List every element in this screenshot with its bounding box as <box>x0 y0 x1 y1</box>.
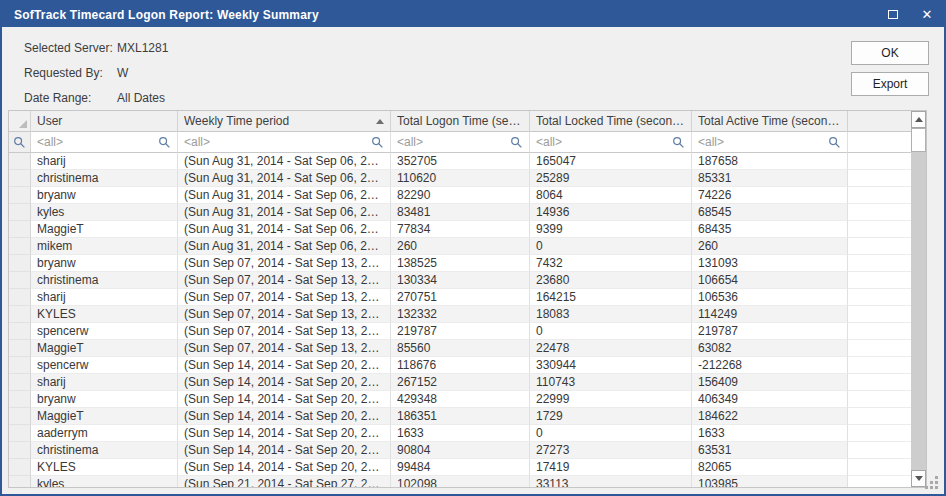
cell-locked: 165047 <box>530 153 692 170</box>
column-header-label: Total Locked Time (seconds) <box>536 114 685 128</box>
cell-logon: 132332 <box>391 306 530 323</box>
filter-indicator-cell[interactable] <box>9 132 31 153</box>
export-button[interactable]: Export <box>851 72 929 96</box>
cell-logon: 429348 <box>391 391 530 408</box>
cell-value: 118676 <box>397 358 523 372</box>
cell-value: 90804 <box>397 443 523 457</box>
row-filler-cell <box>848 357 911 374</box>
cell-user: sharij <box>31 374 178 391</box>
cell-value: 260 <box>698 239 841 253</box>
cell-period: (Sun Aug 31, 2014 - Sat Sep 06, 2014) <box>178 153 391 170</box>
column-header-locked[interactable]: Total Locked Time (seconds) <box>530 111 692 132</box>
table-row[interactable]: christinema(Sun Aug 31, 2014 - Sat Sep 0… <box>9 170 911 187</box>
cell-active: 1633 <box>692 425 848 442</box>
cell-user: bryanw <box>31 255 178 272</box>
cell-period: (Sun Aug 31, 2014 - Sat Sep 06, 2014) <box>178 204 391 221</box>
filter-cell-locked[interactable]: <all> <box>530 132 692 153</box>
filter-cell-user[interactable]: <all> <box>31 132 178 153</box>
table-row[interactable]: MaggieT(Sun Sep 14, 2014 - Sat Sep 20, 2… <box>9 408 911 425</box>
vertical-scrollbar[interactable] <box>911 111 926 487</box>
table-row[interactable]: MaggieT(Sun Sep 07, 2014 - Sat Sep 13, 2… <box>9 340 911 357</box>
table-row[interactable]: christinema(Sun Sep 14, 2014 - Sat Sep 2… <box>9 442 911 459</box>
table-row[interactable]: sharij(Sun Sep 07, 2014 - Sat Sep 13, 20… <box>9 289 911 306</box>
table-row[interactable]: sharij(Sun Sep 14, 2014 - Sat Sep 20, 20… <box>9 374 911 391</box>
cell-user: MaggieT <box>31 340 178 357</box>
table-row[interactable]: bryanw(Sun Sep 14, 2014 - Sat Sep 20, 20… <box>9 391 911 408</box>
cell-value: 106654 <box>698 273 841 287</box>
cell-active: 68435 <box>692 221 848 238</box>
scroll-up-button[interactable] <box>911 111 926 128</box>
filter-cell-active[interactable]: <all> <box>692 132 848 153</box>
select-all-cell[interactable] <box>9 111 31 132</box>
table-row[interactable]: kyles(Sun Sep 21, 2014 - Sat Sep 27, 201… <box>9 476 911 487</box>
table-row[interactable]: kyles(Sun Aug 31, 2014 - Sat Sep 06, 201… <box>9 204 911 221</box>
cell-locked: 330944 <box>530 357 692 374</box>
filter-cell-period[interactable]: <all> <box>178 132 391 153</box>
cell-value: 102098 <box>397 477 523 487</box>
cell-logon: 118676 <box>391 357 530 374</box>
table-row[interactable]: bryanw(Sun Sep 07, 2014 - Sat Sep 13, 20… <box>9 255 911 272</box>
cell-value: (Sun Sep 21, 2014 - Sat Sep 27, 2014) <box>184 477 384 487</box>
table-row[interactable]: bryanw(Sun Aug 31, 2014 - Sat Sep 06, 20… <box>9 187 911 204</box>
scroll-down-button[interactable] <box>911 470 926 487</box>
row-indicator-cell <box>9 391 31 408</box>
scrollbar-track[interactable] <box>911 128 926 470</box>
cell-value: 63082 <box>698 341 841 355</box>
row-filler-cell <box>848 238 911 255</box>
close-icon: ✕ <box>922 8 933 21</box>
table-row[interactable]: spencerw(Sun Sep 07, 2014 - Sat Sep 13, … <box>9 323 911 340</box>
row-indicator-cell <box>9 306 31 323</box>
cell-value: 18083 <box>536 307 685 321</box>
table-row[interactable]: sharij(Sun Aug 31, 2014 - Sat Sep 06, 20… <box>9 153 911 170</box>
cell-logon: 82290 <box>391 187 530 204</box>
cell-period: (Sun Sep 07, 2014 - Sat Sep 13, 2014) <box>178 255 391 272</box>
cell-value: 17419 <box>536 460 685 474</box>
ok-button[interactable]: OK <box>851 41 929 65</box>
cell-user: bryanw <box>31 187 178 204</box>
row-indicator-cell <box>9 204 31 221</box>
cell-user: christinema <box>31 272 178 289</box>
cell-value: 219787 <box>397 324 523 338</box>
row-filler-cell <box>848 187 911 204</box>
table-row[interactable]: KYLES(Sun Sep 07, 2014 - Sat Sep 13, 201… <box>9 306 911 323</box>
cell-value: 23680 <box>536 273 685 287</box>
cell-value: KYLES <box>37 307 171 321</box>
table-row[interactable]: KYLES(Sun Sep 14, 2014 - Sat Sep 20, 201… <box>9 459 911 476</box>
cell-value: (Sun Sep 14, 2014 - Sat Sep 20, 2014) <box>184 409 384 423</box>
cell-value: 1633 <box>397 426 523 440</box>
cell-value: 330944 <box>536 358 685 372</box>
scrollbar-thumb[interactable] <box>911 128 926 152</box>
cell-value: 138525 <box>397 256 523 270</box>
cell-active: 156409 <box>692 374 848 391</box>
column-header-active[interactable]: Total Active Time (seconds) <box>692 111 848 132</box>
cell-locked: 23680 <box>530 272 692 289</box>
cell-active: 106654 <box>692 272 848 289</box>
cell-value: 103985 <box>698 477 841 487</box>
close-button[interactable]: ✕ <box>910 2 944 27</box>
row-indicator-cell <box>9 442 31 459</box>
search-icon <box>158 136 171 149</box>
table-row[interactable]: MaggieT(Sun Aug 31, 2014 - Sat Sep 06, 2… <box>9 221 911 238</box>
cell-user: kyles <box>31 204 178 221</box>
cell-period: (Sun Sep 21, 2014 - Sat Sep 27, 2014) <box>178 476 391 487</box>
selected-server-value: MXL1281 <box>117 41 168 55</box>
filter-cell-logon[interactable]: <all> <box>391 132 530 153</box>
column-header-logon[interactable]: Total Logon Time (seconds) <box>391 111 530 132</box>
maximize-button[interactable] <box>876 2 910 27</box>
cell-value: (Sun Aug 31, 2014 - Sat Sep 06, 2014) <box>184 188 384 202</box>
table-row[interactable]: aaderrym(Sun Sep 14, 2014 - Sat Sep 20, … <box>9 425 911 442</box>
cell-locked: 33113 <box>530 476 692 487</box>
cell-value: 27273 <box>536 443 685 457</box>
cell-value: 8064 <box>536 188 685 202</box>
column-header-user[interactable]: User <box>31 111 178 132</box>
resize-grip-icon[interactable] <box>925 476 939 490</box>
cell-value: 25289 <box>536 171 685 185</box>
table-row[interactable]: christinema(Sun Sep 07, 2014 - Sat Sep 1… <box>9 272 911 289</box>
table-row[interactable]: spencerw(Sun Sep 14, 2014 - Sat Sep 20, … <box>9 357 911 374</box>
search-icon <box>828 136 841 149</box>
cell-active: 63531 <box>692 442 848 459</box>
titlebar[interactable]: SofTrack Timecard Logon Report: Weekly S… <box>2 2 944 27</box>
table-row[interactable]: mikem(Sun Aug 31, 2014 - Sat Sep 06, 201… <box>9 238 911 255</box>
column-header-period[interactable]: Weekly Time period <box>178 111 391 132</box>
row-filler-cell <box>848 221 911 238</box>
